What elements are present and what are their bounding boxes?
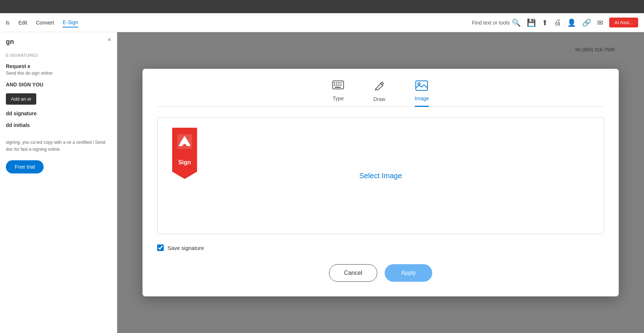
cancel-button[interactable]: Cancel bbox=[329, 264, 377, 282]
svg-rect-8 bbox=[340, 85, 342, 86]
sidebar-item-request-title: Request e bbox=[6, 63, 111, 69]
svg-text:Sign: Sign bbox=[178, 159, 191, 165]
save-signature-label: Save signature bbox=[167, 245, 204, 251]
svg-rect-1 bbox=[334, 82, 335, 83]
svg-rect-3 bbox=[338, 82, 340, 83]
menu-item-esign[interactable]: E-Sign bbox=[63, 18, 78, 27]
sidebar-footer-text: signing, you ca led copy with a ve a cer… bbox=[6, 139, 111, 153]
sidebar-item-add-signature[interactable]: dd signature bbox=[6, 111, 111, 116]
tab-type[interactable]: Type bbox=[332, 81, 344, 106]
save-signature-row: Save signature bbox=[157, 244, 604, 251]
image-select-area[interactable]: Sign Select Image bbox=[157, 117, 604, 234]
find-text: Find text or tools bbox=[472, 20, 510, 26]
sidebar-item-add-ei[interactable]: Add an ei bbox=[6, 93, 111, 105]
signature-dialog: Type Draw bbox=[143, 69, 619, 296]
tab-bar: Type Draw bbox=[157, 81, 604, 107]
dialog-button-row: Cancel Apply bbox=[157, 264, 604, 282]
save-signature-checkbox[interactable] bbox=[157, 244, 164, 251]
sidebar-close-button[interactable]: × bbox=[108, 37, 111, 43]
tab-draw-label: Draw bbox=[373, 96, 385, 102]
pen-icon bbox=[374, 81, 385, 94]
sidebar-free-trial[interactable]: Free trial bbox=[6, 160, 111, 173]
free-trial-button[interactable]: Free trial bbox=[6, 160, 44, 173]
modal-overlay: Type Draw bbox=[117, 32, 644, 333]
svg-rect-7 bbox=[338, 85, 340, 86]
tab-draw[interactable]: Draw bbox=[373, 81, 385, 106]
svg-rect-10 bbox=[416, 81, 428, 90]
print-icon[interactable]: 🖨 bbox=[554, 18, 561, 27]
tab-image-label: Image bbox=[415, 96, 429, 101]
tab-type-label: Type bbox=[333, 96, 344, 101]
sidebar-section-label: E-SIGNATURES bbox=[6, 53, 111, 57]
add-ei-button[interactable]: Add an ei bbox=[6, 93, 36, 105]
upload-icon[interactable]: ⬆ bbox=[542, 18, 548, 27]
menu-bar: ls Edit Convert E-Sign Find text or tool… bbox=[0, 13, 644, 32]
select-image-link[interactable]: Select Image bbox=[359, 172, 402, 180]
sidebar-item-request[interactable]: Request e Send this do sign online bbox=[6, 63, 111, 76]
ai-assist-button[interactable]: AI Assi... bbox=[609, 18, 638, 27]
menu-item-edit[interactable]: Edit bbox=[18, 18, 27, 27]
apply-button[interactable]: Apply bbox=[385, 264, 432, 282]
email-icon[interactable]: ✉ bbox=[597, 18, 603, 27]
svg-point-11 bbox=[418, 83, 420, 85]
tab-image[interactable]: Image bbox=[415, 81, 429, 106]
sidebar-sign-you-label: AND SIGN YOU bbox=[6, 82, 111, 87]
sidebar: gn × E-SIGNATURES Request e Send this do… bbox=[0, 32, 117, 333]
adobe-sign-badge: Sign bbox=[172, 128, 197, 179]
sidebar-title: gn bbox=[6, 38, 111, 46]
svg-rect-4 bbox=[340, 82, 342, 83]
sidebar-item-add-initials[interactable]: dd initials bbox=[6, 122, 111, 128]
sidebar-item-request-desc: Send this do sign online bbox=[6, 71, 111, 76]
menu-item-convert[interactable]: Convert bbox=[36, 18, 54, 27]
svg-rect-5 bbox=[334, 85, 335, 86]
save-icon[interactable]: 💾 bbox=[527, 18, 536, 27]
search-icon[interactable]: 🔍 bbox=[512, 18, 521, 27]
find-bar[interactable]: Find text or tools 🔍 bbox=[472, 18, 521, 27]
main-content: Tel (650) 316-7500 bbox=[117, 32, 644, 333]
person-icon[interactable]: 👤 bbox=[567, 18, 576, 27]
keyboard-icon bbox=[332, 81, 344, 93]
toolbar-right: Find text or tools 🔍 💾 ⬆ 🖨 👤 🔗 ✉ AI Assi… bbox=[472, 18, 638, 27]
sidebar-add-initials-label: dd initials bbox=[6, 122, 111, 128]
svg-rect-6 bbox=[336, 85, 337, 86]
sidebar-item-sign-you: AND SIGN YOU bbox=[6, 82, 111, 87]
top-bar bbox=[0, 0, 644, 13]
link-icon[interactable]: 🔗 bbox=[582, 18, 591, 27]
svg-rect-2 bbox=[336, 82, 337, 83]
sidebar-add-signature-label: dd signature bbox=[6, 111, 111, 116]
svg-rect-9 bbox=[335, 87, 341, 88]
menu-item-ls[interactable]: ls bbox=[6, 18, 10, 27]
image-icon bbox=[415, 81, 428, 93]
